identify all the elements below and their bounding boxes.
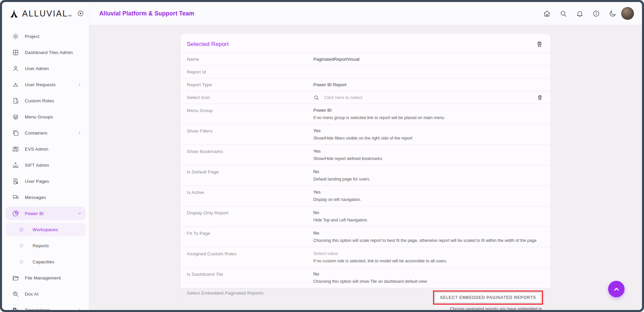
sidebar: ALLUVIALSM ProjectDashboard Tiles AdminU… — [2, 2, 89, 310]
row-description: Default landing page for users. — [313, 177, 543, 181]
sidebar-item-label: User Requests — [25, 82, 77, 87]
sidebar-item-user-pages[interactable]: User Pages — [5, 174, 86, 188]
brand-name: ALLUVIALSM — [22, 9, 71, 18]
row-content: Power BIIf no menu group is selected lin… — [313, 108, 543, 120]
row-description: Choosing this option will show Tile on d… — [313, 279, 543, 284]
sidebar-item-containers[interactable]: Containers — [5, 126, 86, 140]
row-show-filters: Show FiltersYesShow/Hide filters visible… — [181, 124, 550, 145]
row-is-dashboard-tile: Is Dashboard TileNoChoosing this option … — [181, 267, 550, 288]
row-select-icon: Select IconClick here to select — [181, 91, 550, 104]
row-label: Is Default Page — [187, 169, 313, 174]
row-description: Choosing this option will scale report t… — [313, 238, 543, 243]
sidebar-item-label: Dashboard Tiles Admin — [25, 50, 82, 55]
annotation-highlight-box: SELECT EMBEDDED PAGINATED REPORTS — [433, 291, 543, 305]
row-content: Select valueIf no custom role is selecte… — [313, 251, 543, 263]
page-title: Alluvial Platform & Support Team — [99, 10, 194, 17]
app-root: ALLUVIALSM ProjectDashboard Tiles AdminU… — [2, 2, 642, 310]
row-display-only-report: Display Only ReportNoHide Top and Left N… — [181, 206, 550, 226]
row-label: Fit To Page — [187, 230, 313, 236]
messages-icon — [12, 194, 19, 201]
row-label: Assigned Custom Roles — [187, 251, 313, 256]
folder-icon — [12, 274, 19, 281]
sidebar-nav: ProjectDashboard Tiles AdminUser AdminUs… — [2, 25, 89, 310]
search-icon[interactable] — [559, 10, 567, 17]
row-placeholder[interactable]: Select value — [313, 251, 543, 256]
sidebar-item-custom-roles[interactable]: Custom Roles — [5, 94, 86, 107]
row-description: Show/Hide filters visible on the right s… — [313, 136, 543, 141]
row-description: If no custom role is selected, link to m… — [313, 259, 543, 263]
header-actions — [543, 10, 616, 17]
row-value: Power BI Report — [313, 82, 543, 87]
sidebar-item-reports[interactable]: Reports — [5, 239, 86, 252]
card-header: Selected Report — [181, 34, 550, 53]
sidebar-item-label: File Management — [25, 275, 82, 280]
row-value: PaginatedReportVisual — [313, 57, 543, 62]
sift-icon — [12, 162, 19, 169]
row-label: Show Bookmarks — [187, 149, 313, 154]
sidebar-item-dashboard-tiles-admin[interactable]: Dashboard Tiles Admin — [5, 46, 86, 59]
row-description: Show/Hide report defined bookmarks — [313, 156, 543, 161]
row-value: No — [313, 230, 543, 236]
trash-icon[interactable] — [537, 94, 543, 101]
sidebar-item-file-management[interactable]: File Management — [5, 271, 86, 284]
row-label: Is Dashboard Tile — [187, 271, 313, 277]
row-label: Display Only Report — [187, 210, 313, 215]
sidebar-item-power-bi[interactable]: Power BI — [5, 207, 86, 220]
row-report-type: Report TypePower BI Report — [181, 78, 550, 91]
chevron-right-icon — [77, 307, 82, 310]
sidebar-item-evs-admin[interactable]: EVS Admin — [5, 142, 86, 156]
row-value: Yes — [313, 190, 543, 195]
user-avatar[interactable] — [621, 7, 634, 20]
sidebar-item-label: Project — [25, 34, 82, 39]
sidebar-item-label: Power BI — [25, 211, 77, 216]
sidebar-item-label: Custom Roles — [25, 98, 82, 103]
row-content: YesDisplay on left navigation. — [313, 190, 543, 202]
pie-chart-icon — [12, 210, 19, 217]
report-detail-rows: NamePaginatedReportVisualReport IdReport… — [181, 53, 550, 310]
row-value: Yes — [313, 128, 543, 133]
selected-report-card: Selected Report NamePaginatedReportVisua… — [181, 34, 550, 310]
row-content: YesShow/Hide report defined bookmarks — [313, 149, 543, 161]
sidebar-item-translations[interactable]: ATranslations — [5, 303, 86, 310]
icon-picker-field[interactable]: Click here to select — [313, 94, 543, 101]
row-label: Name — [187, 57, 313, 62]
sidebar-item-user-admin[interactable]: User Admin — [5, 62, 86, 75]
sidebar-item-label: Doc AI — [25, 292, 82, 297]
row-content: YesShow/Hide filters visible on the righ… — [313, 128, 543, 141]
icon-picker-placeholder: Click here to select — [324, 95, 362, 100]
row-label: Select Embedded Paginated Reports — [187, 291, 313, 296]
row-label: Report Id — [187, 69, 313, 74]
select-embedded-paginated-reports-button[interactable]: SELECT EMBEDDED PAGINATED REPORTS — [435, 292, 541, 303]
dark-mode-icon[interactable] — [609, 10, 616, 17]
card-title: Selected Report — [187, 41, 229, 48]
row-value: No — [313, 169, 543, 174]
delete-report-icon[interactable] — [536, 41, 543, 48]
sidebar-item-label: Workspaces — [33, 227, 82, 232]
sidebar-item-doc-ai[interactable]: Doc AI — [5, 287, 86, 301]
sidebar-item-label: User Pages — [25, 179, 82, 184]
sidebar-item-label: Reports — [33, 243, 82, 248]
notifications-icon[interactable] — [576, 10, 584, 17]
info-icon[interactable] — [592, 10, 600, 17]
scroll-to-top-button[interactable] — [608, 281, 625, 297]
row-label: Select Icon — [187, 95, 313, 100]
radio-icon — [19, 227, 24, 232]
row-description: Display on left navigation. — [313, 197, 543, 202]
search-icon — [313, 95, 319, 101]
chevron-down-icon — [77, 211, 82, 216]
sidebar-item-messages[interactable]: Messages — [5, 191, 86, 204]
sidebar-item-menu-groups[interactable]: Menu Groups — [5, 110, 86, 123]
sidebar-item-workspaces[interactable]: Workspaces — [5, 223, 86, 236]
row-assigned-custom-roles: Assigned Custom RolesSelect valueIf no c… — [181, 247, 550, 267]
svg-text:A: A — [14, 308, 16, 310]
sidebar-collapse-toggle[interactable] — [77, 10, 84, 17]
radio-icon — [19, 243, 24, 248]
sidebar-item-label: Translations — [25, 308, 77, 310]
row-description: Choose paginated reports you have embedd… — [450, 307, 543, 310]
doc-ai-icon — [12, 291, 19, 298]
sidebar-item-project[interactable]: Project — [5, 30, 86, 43]
sidebar-item-sift-admin[interactable]: SIFT Admin — [5, 158, 86, 172]
sidebar-item-user-requests[interactable]: User Requests — [5, 78, 86, 91]
sidebar-item-capacities[interactable]: Capacities — [5, 255, 86, 268]
home-icon[interactable] — [543, 10, 551, 17]
